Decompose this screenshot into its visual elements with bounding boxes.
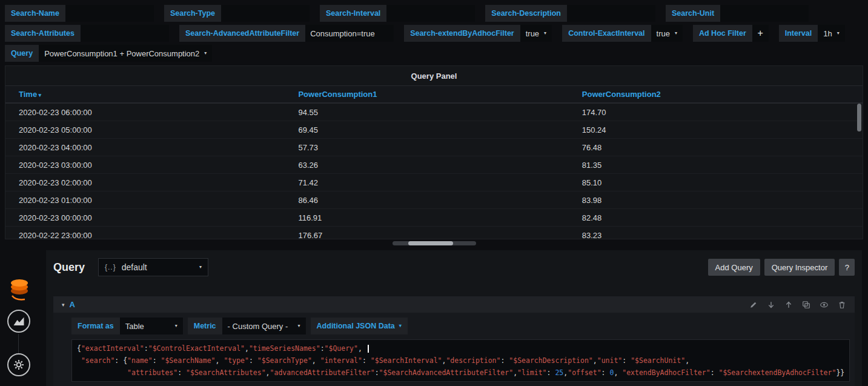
edit-icon[interactable] xyxy=(749,301,758,309)
visualization-tab-icon[interactable] xyxy=(7,310,30,333)
datasource-picker[interactable]: {..} default ▾ xyxy=(98,258,208,276)
variable-ad-hoc-filter: Ad Hoc Filter+ xyxy=(693,25,769,42)
table-row: 2020-02-23 03:00:0063.2681.35 xyxy=(5,156,863,174)
column-label: Time xyxy=(19,90,37,99)
datasource-name: default xyxy=(122,262,147,272)
help-button[interactable]: ? xyxy=(839,259,855,276)
metric-value: - Custom Query - xyxy=(228,322,288,331)
table-row: 2020-02-22 23:00:00176.6783.23 xyxy=(5,227,863,240)
metric-select[interactable]: - Custom Query - ▾ xyxy=(222,318,306,334)
variable-label: Search-extendByAdhocFilter xyxy=(404,25,520,42)
variable-select[interactable]: 1h▾ xyxy=(818,25,844,42)
table-cell: 82.48 xyxy=(577,209,863,227)
variable-input[interactable] xyxy=(221,5,310,22)
move-down-icon[interactable] xyxy=(767,301,775,309)
variable-search-description: Search-Description xyxy=(485,5,655,22)
variable-label: Search-Unit xyxy=(666,5,720,22)
chevron-down-icon: ▾ xyxy=(544,31,546,36)
query-inspector-button[interactable]: Query Inspector xyxy=(764,259,835,276)
variable-search-unit: Search-Unit xyxy=(666,5,809,22)
table-row: 2020-02-23 04:00:0057.7376.48 xyxy=(5,139,863,156)
table-row: 2020-02-23 06:00:0094.55174.70 xyxy=(5,103,863,121)
variable-input[interactable] xyxy=(65,5,154,22)
table-cell: 176.67 xyxy=(293,227,577,240)
datasource-logo-icon[interactable] xyxy=(8,277,31,306)
column-header-powerconsumption1[interactable]: PowerConsumption1 xyxy=(293,86,577,104)
scrollbar-thumb[interactable] xyxy=(408,241,453,245)
template-variables: Search-NameSearch-TypeSearch-IntervalSea… xyxy=(0,0,868,62)
move-up-icon[interactable] xyxy=(784,301,793,309)
variable-input[interactable] xyxy=(81,25,169,42)
chevron-down-icon: ▾ xyxy=(837,31,840,36)
eye-icon[interactable] xyxy=(820,301,829,309)
variable-value: true xyxy=(657,29,670,38)
variable-row-2: Search-AttributesSearch-AdvancedAttribut… xyxy=(5,25,863,42)
variable-input[interactable] xyxy=(720,5,809,22)
scrollbar-thumb[interactable] xyxy=(857,104,861,131)
query-editor-area: Query {..} default ▾ Add Query Query Ins… xyxy=(0,250,868,386)
editor-header: Query {..} default ▾ Add Query Query Ins… xyxy=(53,258,855,276)
trash-icon[interactable] xyxy=(838,301,846,309)
table-cell: 2020-02-23 04:00:00 xyxy=(5,139,293,156)
query-row-body: Format as Table ▾ Metric - Custom Query … xyxy=(53,313,855,386)
column-header-powerconsumption2[interactable]: PowerConsumption2 xyxy=(577,86,863,104)
column-header-time[interactable]: Time ▾ xyxy=(5,86,293,104)
table-cell: 86.46 xyxy=(293,191,577,209)
json-datasource-icon: {..} xyxy=(105,263,116,271)
variable-interval: Interval1h▾ xyxy=(779,25,845,42)
format-as-select[interactable]: Table ▾ xyxy=(120,318,183,334)
variable-search-attributes: Search-Attributes xyxy=(5,25,169,42)
variable-input[interactable] xyxy=(305,25,394,42)
table-cell: 83.98 xyxy=(577,191,863,209)
table-row: 2020-02-23 02:00:0071.4285.10 xyxy=(5,174,863,191)
table-row: 2020-02-23 05:00:0069.45150.24 xyxy=(5,121,863,139)
duplicate-icon[interactable] xyxy=(802,301,810,309)
variable-label: Control-ExactInterval xyxy=(562,25,651,42)
query-editor-title: Query xyxy=(53,261,85,274)
table-cell: 2020-02-23 06:00:00 xyxy=(5,103,293,121)
code-line: "search": {"name": "$SearchName", "type"… xyxy=(77,354,844,367)
vertical-scrollbar[interactable] xyxy=(857,104,861,236)
table-cell: 174.70 xyxy=(577,103,863,121)
variable-input[interactable] xyxy=(386,5,475,22)
variable-search-advancedattributefilter: Search-AdvancedAttributeFilter xyxy=(179,25,394,42)
variable-input[interactable] xyxy=(567,5,655,22)
variable-search-name: Search-Name xyxy=(5,5,154,22)
table-body: 2020-02-23 06:00:0094.55174.702020-02-23… xyxy=(5,103,863,239)
variable-row-3: QueryPowerConsumption1 + PowerConsumptio… xyxy=(5,45,863,62)
query-letter: A xyxy=(70,300,75,309)
table-cell: 85.10 xyxy=(577,174,863,191)
variable-select[interactable]: true▾ xyxy=(651,25,683,42)
code-editor[interactable]: {"exactInterval":"$ControlExactInterval"… xyxy=(71,339,850,382)
variable-select[interactable]: PowerConsumption1 + PowerConsumption2▾ xyxy=(39,45,212,62)
variable-select[interactable]: true▾ xyxy=(520,25,552,42)
table-header-row: Time ▾PowerConsumption1PowerConsumption2 xyxy=(5,86,863,104)
variable-label: Search-Description xyxy=(485,5,567,22)
collapse-caret-icon[interactable]: ▾ xyxy=(62,302,65,308)
chevron-down-icon: ▾ xyxy=(399,324,402,328)
chevron-down-icon: ▾ xyxy=(204,51,207,56)
variable-label: Interval xyxy=(779,25,818,42)
grafana-dashboard: Search-NameSearch-TypeSearch-IntervalSea… xyxy=(0,0,868,386)
variable-query: QueryPowerConsumption1 + PowerConsumptio… xyxy=(5,45,212,62)
table-cell: 94.55 xyxy=(293,103,577,121)
additional-json-data-toggle[interactable]: Additional JSON Data ▾ xyxy=(311,318,408,334)
code-line: "attributes": "$SearchAttributes","advan… xyxy=(77,367,844,379)
add-query-button[interactable]: Add Query xyxy=(708,259,760,276)
table-cell: 150.24 xyxy=(577,121,863,139)
query-row-header[interactable]: ▾ A xyxy=(53,296,855,313)
add-adhoc-filter-button[interactable]: + xyxy=(752,25,769,42)
table-cell: 2020-02-22 23:00:00 xyxy=(5,227,293,240)
variable-search-extendbyadhocfilter: Search-extendByAdhocFiltertrue▾ xyxy=(404,25,552,42)
table-cell: 2020-02-23 03:00:00 xyxy=(5,156,293,174)
panel-title: Query Panel xyxy=(5,66,863,85)
table-cell: 71.42 xyxy=(293,174,577,191)
horizontal-scrollbar[interactable] xyxy=(393,241,476,245)
table-cell: 2020-02-23 02:00:00 xyxy=(5,174,293,191)
query-panel: Query Panel Time ▾PowerConsumption1Power… xyxy=(5,65,863,239)
settings-tab-icon[interactable] xyxy=(7,353,30,376)
variable-label: Search-Attributes xyxy=(5,25,81,42)
variable-search-type: Search-Type xyxy=(164,5,310,22)
table-row: 2020-02-23 01:00:0086.4683.98 xyxy=(5,191,863,209)
column-label: PowerConsumption2 xyxy=(582,90,661,99)
